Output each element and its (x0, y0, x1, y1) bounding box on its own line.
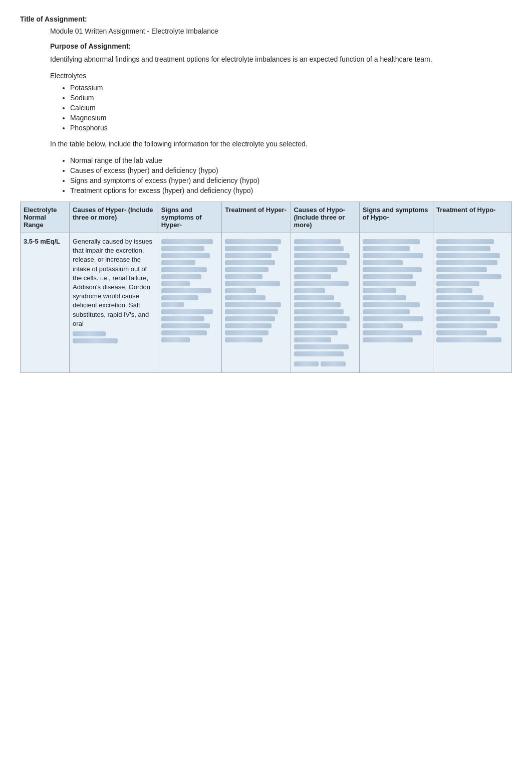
title-label: Title of Assignment: (20, 15, 512, 23)
signs-hypo-cell (359, 233, 433, 373)
col-header-causes-hyper: Causes of Hyper- (Include three or more) (70, 202, 158, 233)
list-item: Potassium (70, 84, 512, 92)
assignment-title: Module 01 Written Assignment - Electroly… (50, 27, 512, 35)
table-container: Electrolyte Normal Range Causes of Hyper… (20, 202, 512, 373)
purpose-label: Purpose of Assignment: (50, 42, 512, 50)
col-header-electrolyte: Electrolyte Normal Range (21, 202, 70, 233)
list-item: Treatment options for excess (hyper) and… (70, 186, 512, 194)
col-header-treatment-hyper: Treatment of Hyper- (222, 202, 291, 233)
table-row: 3.5-5 mEq/L Generally caused by issues t… (21, 233, 512, 373)
list-item: Calcium (70, 104, 512, 112)
list-item: Normal range of the lab value (70, 156, 512, 164)
treatment-hyper-cell (222, 233, 291, 373)
causes-hypo-cell (291, 233, 359, 373)
list-item: Causes of excess (hyper) and deficiency … (70, 166, 512, 174)
signs-hyper-cell (158, 233, 222, 373)
electrolytes-label: Electrolytes (50, 72, 512, 80)
instructions-text: In the table below, include the followin… (50, 139, 512, 149)
col-header-causes-hypo: Causes of Hypo- (Include three or more) (291, 202, 359, 233)
electrolytes-list: Potassium Sodium Calcium Magnesium Phosp… (70, 84, 512, 132)
col-header-signs-hyper: Signs and symptoms of Hyper- (158, 202, 222, 233)
col-header-treatment-hypo: Treatment of Hypo- (433, 202, 511, 233)
treatment-hypo-cell (433, 233, 511, 373)
causes-hyper-cell: Generally caused by issues that impair t… (70, 233, 158, 373)
list-item: Sodium (70, 94, 512, 102)
list-item: Magnesium (70, 114, 512, 122)
instructions-list: Normal range of the lab value Causes of … (70, 156, 512, 194)
electrolyte-table: Electrolyte Normal Range Causes of Hyper… (20, 202, 512, 373)
col-header-signs-hypo: Signs and symptoms of Hypo- (359, 202, 433, 233)
purpose-text: Identifying abnormal findings and treatm… (50, 54, 512, 65)
list-item: Signs and symptoms of excess (hyper) and… (70, 176, 512, 184)
list-item: Phosphorus (70, 124, 512, 132)
normal-range-cell: 3.5-5 mEq/L (21, 233, 70, 373)
